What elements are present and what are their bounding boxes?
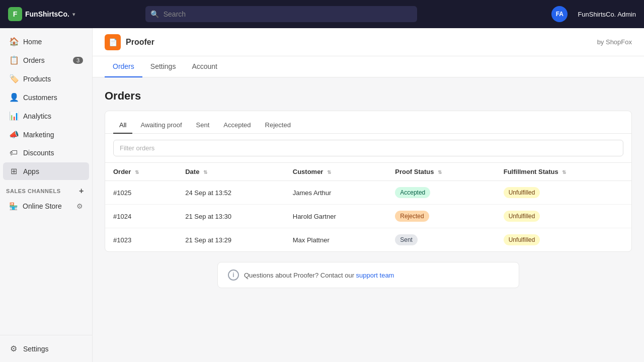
proof-status-badge: Sent (395, 234, 418, 245)
apps-icon: ⊞ (9, 166, 18, 176)
sidebar-item-products[interactable]: 🏷️ Products (3, 70, 89, 87)
filter-orders-input[interactable] (113, 140, 623, 156)
fulfillment-status-cell: Unfulfilled (496, 181, 631, 205)
order-number: #1024 (105, 205, 177, 228)
app-icon: 📄 (105, 34, 121, 50)
sidebar-item-label: Products (23, 75, 51, 83)
col-proof-status: Proof Status ⇅ (387, 163, 495, 181)
marketing-icon: 📣 (9, 130, 18, 139)
filter-tab-accepted[interactable]: Accepted (217, 117, 257, 134)
sidebar-item-label: Home (23, 38, 42, 46)
proof-status-badge: Rejected (395, 211, 429, 222)
sidebar: 🏠 Home 📋 Orders 3 🏷️ Products 👤 Customer… (0, 28, 93, 362)
filter-tab-sent[interactable]: Sent (190, 117, 216, 134)
col-order: Order ⇅ (105, 163, 177, 181)
sidebar-item-label: Analytics (23, 112, 51, 120)
support-text: Questions about Proofer? Contact our sup… (244, 272, 394, 279)
orders-icon: 📋 (9, 55, 18, 65)
fulfillment-status-cell: Unfulfilled (496, 228, 631, 252)
fulfillment-status-badge: Unfulfilled (504, 187, 540, 198)
sort-icon: ⇅ (135, 169, 139, 175)
online-store-icon: 🏪 (9, 202, 18, 210)
brand-name: FunShirtsCo. (25, 10, 69, 18)
table-row[interactable]: #1024 21 Sep at 13:30 Harold Gartner Rej… (105, 205, 631, 228)
top-navigation: F FunShirtsCo. ▾ 🔍 FA FunShirtsCo. Admin (0, 0, 644, 28)
main-content: 📄 Proofer by ShopFox Orders Settings Acc… (93, 28, 644, 362)
table-header-row: Order ⇅ Date ⇅ Customer ⇅ (105, 163, 631, 181)
support-link[interactable]: support team (356, 272, 394, 279)
filter-input-area (105, 134, 631, 163)
filter-tab-all[interactable]: All (113, 117, 132, 134)
proof-status-cell: Accepted (387, 181, 495, 205)
tab-settings[interactable]: Settings (142, 56, 184, 77)
home-icon: 🏠 (9, 37, 18, 46)
sales-channels-label: SALES CHANNELS (6, 188, 61, 194)
sidebar-item-customers[interactable]: 👤 Customers (3, 88, 89, 106)
orders-table: Order ⇅ Date ⇅ Customer ⇅ (105, 163, 631, 251)
page-body: Orders All Awaiting proof Sent Accepted … (93, 77, 644, 300)
online-store-settings-icon[interactable]: ⚙ (76, 202, 83, 210)
settings-icon: ⚙ (9, 344, 18, 353)
sort-icon: ⇅ (203, 169, 207, 175)
filter-tab-rejected[interactable]: Rejected (259, 117, 297, 134)
discounts-icon: 🏷 (9, 148, 18, 157)
sidebar-item-discounts[interactable]: 🏷 Discounts (3, 144, 89, 161)
sidebar-item-home[interactable]: 🏠 Home (3, 33, 89, 50)
order-number: #1025 (105, 181, 177, 205)
app-name: Proofer (126, 38, 154, 47)
avatar[interactable]: FA (551, 6, 568, 22)
sort-icon: ⇅ (438, 169, 442, 175)
tab-orders[interactable]: Orders (105, 56, 142, 77)
sidebar-item-label: Apps (23, 167, 39, 175)
search-bar: 🔍 (145, 6, 417, 22)
customers-icon: 👤 (9, 93, 18, 102)
sidebar-item-label: Customers (23, 94, 57, 102)
sidebar-item-apps[interactable]: ⊞ Apps (3, 162, 89, 180)
sidebar-item-online-store[interactable]: 🏪 Online Store ⚙ (3, 198, 89, 214)
proof-status-cell: Sent (387, 228, 495, 252)
col-fulfillment-status: Fulfillment Status ⇅ (496, 163, 631, 181)
app-title-area: 📄 Proofer (105, 34, 154, 50)
info-icon: i (228, 269, 239, 281)
proof-status-badge: Accepted (395, 187, 430, 198)
brand-logo[interactable]: F FunShirtsCo. ▾ (8, 7, 75, 21)
app-tabs: Orders Settings Account (93, 56, 644, 77)
order-date: 24 Sep at 13:52 (177, 181, 285, 205)
col-customer: Customer ⇅ (285, 163, 387, 181)
support-banner: i Questions about Proofer? Contact our s… (217, 262, 519, 288)
user-name: FunShirtsCo. Admin (578, 11, 636, 18)
filter-tab-awaiting[interactable]: Awaiting proof (134, 117, 188, 134)
sidebar-item-settings[interactable]: ⚙ Settings (3, 340, 89, 357)
table-row[interactable]: #1023 21 Sep at 13:29 Max Plattner Sent … (105, 228, 631, 252)
orders-card: All Awaiting proof Sent Accepted Rejecte… (105, 111, 632, 252)
filter-tabs: All Awaiting proof Sent Accepted Rejecte… (105, 111, 631, 134)
tab-account[interactable]: Account (184, 56, 225, 77)
sidebar-item-label: Orders (23, 56, 45, 64)
add-sales-channel-button[interactable]: + (77, 187, 86, 196)
order-customer: Max Plattner (285, 228, 387, 252)
order-date: 21 Sep at 13:29 (177, 228, 285, 252)
app-attribution: by ShopFox (597, 38, 632, 46)
fulfillment-status-badge: Unfulfilled (504, 234, 540, 245)
products-icon: 🏷️ (9, 74, 18, 83)
sidebar-item-label: Settings (23, 345, 49, 353)
sidebar-item-label: Marketing (23, 131, 54, 139)
col-date: Date ⇅ (177, 163, 285, 181)
sidebar-bottom: ⚙ Settings (0, 335, 92, 358)
order-customer: James Arthur (285, 181, 387, 205)
sidebar-item-orders[interactable]: 📋 Orders 3 (3, 51, 89, 69)
sort-icon: ⇅ (327, 169, 331, 175)
table-row[interactable]: #1025 24 Sep at 13:52 James Arthur Accep… (105, 181, 631, 205)
search-input[interactable] (145, 6, 417, 22)
sidebar-item-label: Online Store (23, 202, 62, 210)
app-header: 📄 Proofer by ShopFox (93, 28, 644, 56)
sidebar-item-analytics[interactable]: 📊 Analytics (3, 107, 89, 125)
orders-badge: 3 (73, 57, 83, 64)
sort-icon: ⇅ (562, 169, 566, 175)
fulfillment-status-badge: Unfulfilled (504, 211, 540, 222)
sidebar-item-label: Discounts (23, 149, 54, 157)
sales-channels-header: SALES CHANNELS + (0, 180, 92, 198)
sidebar-item-marketing[interactable]: 📣 Marketing (3, 126, 89, 143)
page-title: Orders (105, 89, 632, 103)
fulfillment-status-cell: Unfulfilled (496, 205, 631, 228)
